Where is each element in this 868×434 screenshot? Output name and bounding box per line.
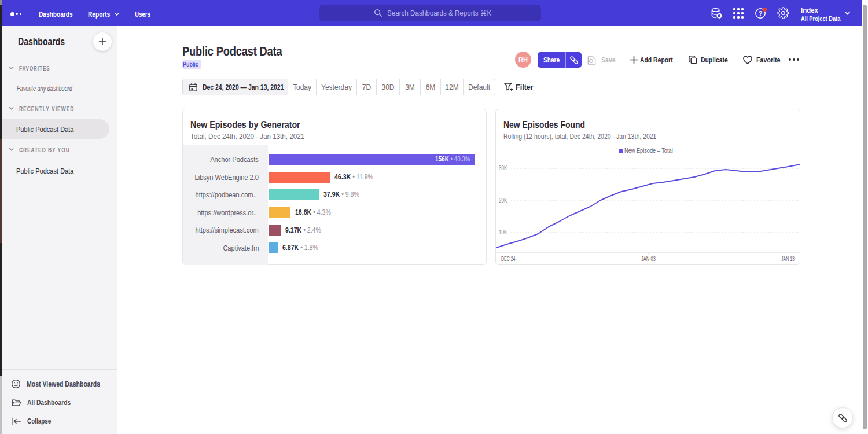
svg-text:?: ? xyxy=(759,10,763,17)
